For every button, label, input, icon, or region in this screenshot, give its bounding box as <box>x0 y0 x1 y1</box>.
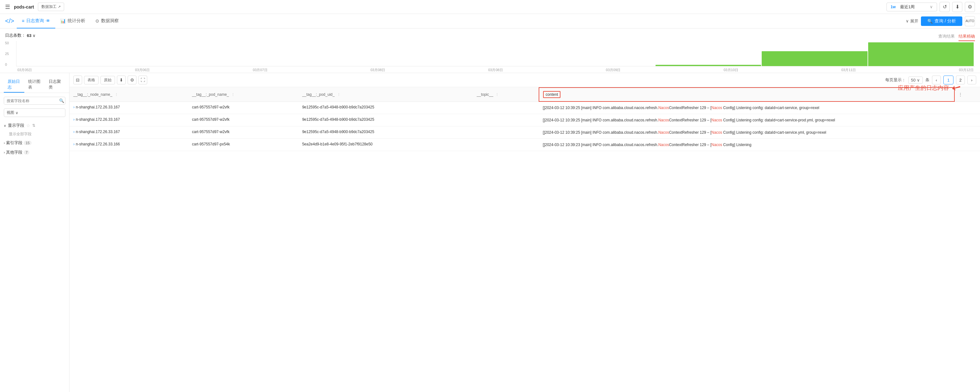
x-label-7: 03月11日 <box>841 68 856 72</box>
content-area: 原始日志 统计图表 日志聚类 🔍 视图 ∨ ∨ 显示字段 ☆ ⇅ 显示全部字段 … <box>0 73 980 392</box>
display-fields-toggle[interactable]: ∨ 显示字段 ☆ ⇅ <box>4 121 65 130</box>
nacos-highlight: Nacos <box>711 143 722 147</box>
subtab-stats-chart[interactable]: 统计图表 <box>24 77 45 92</box>
col-header-more: ⋮ <box>955 88 980 102</box>
cell-pod-name: cart-957557d97-w2vfk <box>188 114 299 126</box>
view-select[interactable]: 视图 ∨ <box>4 108 65 117</box>
nav-left: </> ≡ 日志查询 👁 📊 统计分析 ⊙ 数据洞察 <box>5 14 124 29</box>
auto-icon-button[interactable]: AUTO <box>965 16 975 26</box>
cell-content: []2024-03-12 10:39:25 [main] INFO com.al… <box>539 102 955 114</box>
star-icon[interactable]: ☆ <box>26 123 30 128</box>
subtab-raw-log[interactable]: 原始日志 <box>4 77 24 92</box>
chart-bar-7[interactable] <box>762 51 867 66</box>
time-selector[interactable]: 1w 最近1周 ∨ <box>886 3 937 11</box>
cell-content: []2024-03-12 10:39:25 [main] INFO com.al… <box>539 114 955 126</box>
field-search-box: 🔍 <box>4 97 65 105</box>
other-fields-toggle[interactable]: › 其他字段 7 <box>4 148 65 157</box>
col-menu-icon[interactable]: ⋮ <box>495 92 499 96</box>
prev-page-button[interactable]: ‹ <box>932 76 941 84</box>
search-icon[interactable]: 🔍 <box>57 97 65 104</box>
x-label-6: 03月10日 <box>724 68 738 72</box>
col-menu-icon[interactable]: ⋮ <box>115 92 118 96</box>
x-label-3: 03月08日 <box>371 68 385 72</box>
more-col-icon[interactable]: ⋮ <box>959 92 962 97</box>
nacos-highlight: Nacos <box>711 118 722 122</box>
refresh-icon-button[interactable]: ↺ <box>940 2 950 12</box>
settings-icon: ⚙ <box>968 4 972 10</box>
nacos-highlight: Nacos <box>659 143 669 147</box>
refresh-icon: ↺ <box>943 4 947 10</box>
chart-bar-8[interactable] <box>868 42 974 66</box>
chart-area: 日志条数： 63 ∨ 查询结果 结果精确 50 25 0 03月05日03月06… <box>0 29 980 73</box>
download-icon-button[interactable]: ⬇ <box>952 2 962 12</box>
field-search-input[interactable] <box>4 97 57 104</box>
col-menu-icon[interactable]: ⋮ <box>231 92 235 96</box>
expand-row-icon[interactable]: › <box>73 105 75 109</box>
nacos-highlight: Nacos <box>711 105 722 110</box>
expand-row-icon[interactable]: › <box>73 142 75 147</box>
show-all-fields-link[interactable]: 显示全部字段 <box>4 130 65 138</box>
table-row[interactable]: ›n-shanghai.172.26.33.167 cart-957557d97… <box>70 126 980 139</box>
column-settings-icon-button[interactable]: ⚙ <box>127 76 137 84</box>
cell-pod-uid: 5ea2e4d9-b1e8-4e09-95f1-2eb7f9128e50 <box>298 139 473 151</box>
next-page-button[interactable]: › <box>967 76 976 84</box>
col-menu-icon[interactable]: ⋮ <box>337 92 340 96</box>
page-size-select[interactable]: 50 ∨ <box>908 76 923 84</box>
cell-topic <box>473 102 539 114</box>
page-info: 每页显示： 50 ∨ 条 ‹ 1 2 › <box>885 76 976 84</box>
list-icon: ≡ <box>22 18 24 23</box>
chart-body: 03月05日03月06日03月07日03月08日03月08日03月09日03月1… <box>16 41 975 73</box>
chevron-icon[interactable]: ∨ <box>33 33 36 38</box>
cell-node-name: ›n-shanghai.172.26.33.167 <box>70 126 188 139</box>
tab-log-query[interactable]: ≡ 日志查询 👁 <box>17 14 55 29</box>
fullscreen-icon: ⛶ <box>141 78 145 83</box>
current-page: 1 <box>943 76 953 84</box>
table-toolbar: ⊟ 表格 原始 ⬇ ⚙ ⛶ 每页显示： 50 ∨ <box>70 73 980 87</box>
hamburger-icon[interactable]: ☰ <box>5 3 10 10</box>
expand-button[interactable]: ∨ 展开 <box>906 18 918 24</box>
table-view-button[interactable]: 表格 <box>84 76 99 84</box>
chevron-down-icon: ∨ <box>4 124 6 127</box>
cell-node-name: ›n-shanghai.172.26.33.167 <box>70 114 188 126</box>
download-icon-button[interactable]: ⬇ <box>117 76 126 84</box>
expand-row-icon[interactable]: › <box>73 130 75 134</box>
eye-icon: 👁 <box>46 18 50 23</box>
table-row[interactable]: ›n-shanghai.172.26.33.166 cart-957557d97… <box>70 139 980 151</box>
expand-row-icon[interactable]: › <box>73 117 75 122</box>
x-label-8: 03月12日 <box>959 68 974 72</box>
fullscreen-icon-button[interactable]: ⛶ <box>138 76 147 84</box>
chevron-down-icon: ∨ <box>16 111 18 115</box>
query-result-tab[interactable]: 查询结果 <box>938 32 955 41</box>
filter-icon: ⊟ <box>76 78 80 83</box>
nav-tabs: ≡ 日志查询 👁 📊 统计分析 ⊙ 数据洞察 <box>17 14 124 29</box>
data-process-button[interactable]: 数据加工 ↗ <box>38 3 64 11</box>
table-header-row: __tag__:_node_name_ ⋮ __tag__:_pod_name_… <box>70 88 980 102</box>
cell-content: []2024-03-12 10:39:23 [main] INFO com.al… <box>539 139 955 151</box>
index-fields-toggle[interactable]: › 索引字段 15 <box>4 138 65 148</box>
raw-view-button[interactable]: 原始 <box>100 76 115 84</box>
table-row[interactable]: ›n-shanghai.172.26.33.167 cart-957557d97… <box>70 102 980 114</box>
settings-icon-button[interactable]: ⚙ <box>965 2 975 12</box>
top-bar-right: 1w 最近1周 ∨ ↺ ⬇ ⚙ <box>886 2 975 12</box>
page-2-button[interactable]: 2 <box>956 76 965 84</box>
nav-right: ∨ 展开 🔍 查询 / 分析 AUTO <box>906 16 975 26</box>
cell-pod-uid: 9e12595c-d7a5-4948-b900-b9dc7a203425 <box>298 126 473 139</box>
cell-topic <box>473 126 539 139</box>
query-button[interactable]: 🔍 查询 / 分析 <box>921 16 962 26</box>
tab-stats-analysis[interactable]: 📊 统计分析 <box>55 14 91 29</box>
chart-bar-6[interactable] <box>655 65 761 66</box>
subtab-log-cluster[interactable]: 日志聚类 <box>45 77 65 92</box>
chart-bars <box>16 41 975 66</box>
table-row[interactable]: ›n-shanghai.172.26.33.167 cart-957557d97… <box>70 114 980 126</box>
col-header-content: content <box>539 88 955 102</box>
x-label-2: 03月07日 <box>253 68 267 72</box>
cell-more <box>955 139 980 151</box>
exact-result-tab[interactable]: 结果精确 <box>959 32 975 41</box>
sort-icon[interactable]: ⇅ <box>32 123 35 128</box>
nacos-highlight: Nacos <box>659 105 669 110</box>
cell-node-name: ›n-shanghai.172.26.33.166 <box>70 139 188 151</box>
auto-icon: AUTO <box>966 19 974 23</box>
bar-chart-icon: 📊 <box>60 18 66 23</box>
filter-icon-button[interactable]: ⊟ <box>73 76 82 84</box>
tab-data-insight[interactable]: ⊙ 数据洞察 <box>91 14 124 29</box>
